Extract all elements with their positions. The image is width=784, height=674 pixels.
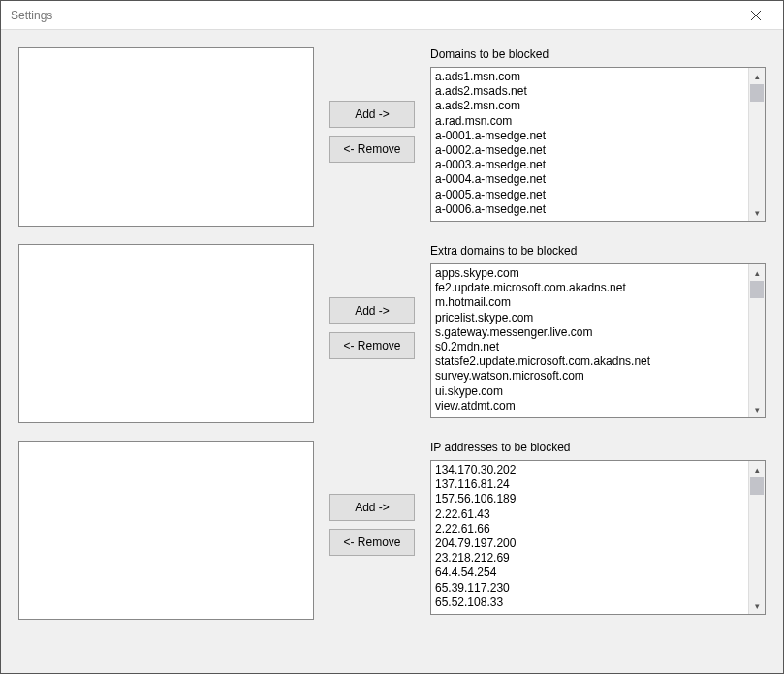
domains-input-list[interactable] xyxy=(18,47,314,227)
list-item[interactable]: 65.39.117.230 xyxy=(435,581,744,596)
domains-list-inner: a.ads1.msn.coma.ads2.msads.neta.ads2.msn… xyxy=(431,68,748,221)
ips-scrollbar[interactable]: ▴ ▾ xyxy=(748,461,765,614)
list-item[interactable]: a-0002.a-msedge.net xyxy=(435,143,744,158)
domains-label: Domains to be blocked xyxy=(430,47,766,61)
list-item[interactable]: a.ads2.msads.net xyxy=(435,84,744,99)
list-item[interactable]: ui.skype.com xyxy=(435,384,744,399)
list-item[interactable]: fe2.update.microsoft.com.akadns.net xyxy=(435,281,744,295)
list-item[interactable]: a.ads2.msn.com xyxy=(435,99,744,113)
list-item[interactable]: 2.22.61.43 xyxy=(435,507,744,522)
list-item[interactable]: a.rad.msn.com xyxy=(435,114,744,129)
domains-button-col: Add -> <- Remove xyxy=(329,101,415,163)
list-item[interactable]: 157.56.106.189 xyxy=(435,492,744,506)
scroll-up-icon[interactable]: ▴ xyxy=(749,264,765,281)
scroll-up-icon[interactable]: ▴ xyxy=(749,68,765,84)
domains-right-col: Domains to be blocked a.ads1.msn.coma.ad… xyxy=(430,47,766,222)
extra-domains-right-col: Extra domains to be blocked apps.skype.c… xyxy=(430,244,766,418)
ips-add-button[interactable]: Add -> xyxy=(329,494,415,521)
list-item[interactable]: 2.22.61.66 xyxy=(435,522,744,536)
scroll-down-icon[interactable]: ▾ xyxy=(749,401,765,417)
list-item[interactable]: a.ads1.msn.com xyxy=(435,70,744,84)
scroll-track[interactable] xyxy=(749,281,765,401)
ips-label: IP addresses to be blocked xyxy=(430,441,766,454)
list-item[interactable]: apps.skype.com xyxy=(435,266,744,281)
scroll-thumb[interactable] xyxy=(750,281,764,298)
ips-button-col: Add -> <- Remove xyxy=(329,494,415,556)
scroll-down-icon[interactable]: ▾ xyxy=(749,204,765,221)
row-extra-domains: Add -> <- Remove Extra domains to be blo… xyxy=(18,244,766,423)
settings-window: Settings Add -> <- Remove Domains to be … xyxy=(0,0,784,674)
scroll-thumb[interactable] xyxy=(750,477,764,495)
ips-right-col: IP addresses to be blocked 134.170.30.20… xyxy=(430,441,766,615)
list-item[interactable]: a-0004.a-msedge.net xyxy=(435,172,744,187)
list-item[interactable]: a-0006.a-msedge.net xyxy=(435,202,744,217)
scroll-track[interactable] xyxy=(749,84,765,204)
row-domains: Add -> <- Remove Domains to be blocked a… xyxy=(18,47,766,227)
domains-remove-button[interactable]: <- Remove xyxy=(329,136,415,163)
extra-domains-button-col: Add -> <- Remove xyxy=(329,297,415,359)
close-button[interactable] xyxy=(737,2,775,29)
ips-input-list[interactable] xyxy=(18,441,314,620)
list-item[interactable]: 137.116.81.24 xyxy=(435,477,744,492)
extra-domains-scrollbar[interactable]: ▴ ▾ xyxy=(748,264,765,417)
list-item[interactable]: 134.170.30.202 xyxy=(435,463,744,477)
row-ips: Add -> <- Remove IP addresses to be bloc… xyxy=(18,441,766,620)
scroll-track[interactable] xyxy=(749,477,765,597)
list-item[interactable]: pricelist.skype.com xyxy=(435,311,744,325)
domains-list[interactable]: a.ads1.msn.coma.ads2.msads.neta.ads2.msn… xyxy=(430,67,766,222)
domains-scrollbar[interactable]: ▴ ▾ xyxy=(748,68,765,221)
scroll-down-icon[interactable]: ▾ xyxy=(749,597,765,614)
list-item[interactable]: s0.2mdn.net xyxy=(435,340,744,354)
titlebar: Settings xyxy=(1,1,783,30)
ips-list[interactable]: 134.170.30.202137.116.81.24157.56.106.18… xyxy=(430,460,766,615)
list-item[interactable]: view.atdmt.com xyxy=(435,399,744,414)
list-item[interactable]: survey.watson.microsoft.com xyxy=(435,369,744,383)
list-item[interactable]: s.gateway.messenger.live.com xyxy=(435,325,744,340)
ips-remove-button[interactable]: <- Remove xyxy=(329,529,415,556)
list-item[interactable]: 204.79.197.200 xyxy=(435,536,744,551)
list-item[interactable]: 23.218.212.69 xyxy=(435,551,744,566)
extra-domains-add-button[interactable]: Add -> xyxy=(329,297,415,324)
list-item[interactable]: 65.52.108.33 xyxy=(435,596,744,610)
window-title: Settings xyxy=(11,9,52,22)
extra-domains-list[interactable]: apps.skype.comfe2.update.microsoft.com.a… xyxy=(430,263,766,418)
extra-domains-remove-button[interactable]: <- Remove xyxy=(329,332,415,359)
scroll-thumb[interactable] xyxy=(750,84,764,102)
list-item[interactable]: m.hotmail.com xyxy=(435,295,744,310)
extra-domains-input-list[interactable] xyxy=(18,244,314,423)
list-item[interactable]: a-0005.a-msedge.net xyxy=(435,188,744,202)
ips-list-inner: 134.170.30.202137.116.81.24157.56.106.18… xyxy=(431,461,748,614)
scroll-up-icon[interactable]: ▴ xyxy=(749,461,765,477)
list-item[interactable]: 64.4.54.254 xyxy=(435,566,744,580)
extra-domains-list-inner: apps.skype.comfe2.update.microsoft.com.a… xyxy=(431,264,748,417)
list-item[interactable]: a-0001.a-msedge.net xyxy=(435,129,744,143)
list-item[interactable]: statsfe2.update.microsoft.com.akadns.net xyxy=(435,354,744,369)
list-item[interactable]: a-0003.a-msedge.net xyxy=(435,158,744,172)
close-icon xyxy=(751,11,761,20)
extra-domains-label: Extra domains to be blocked xyxy=(430,244,766,258)
content-area: Add -> <- Remove Domains to be blocked a… xyxy=(1,30,783,673)
domains-add-button[interactable]: Add -> xyxy=(329,101,415,128)
